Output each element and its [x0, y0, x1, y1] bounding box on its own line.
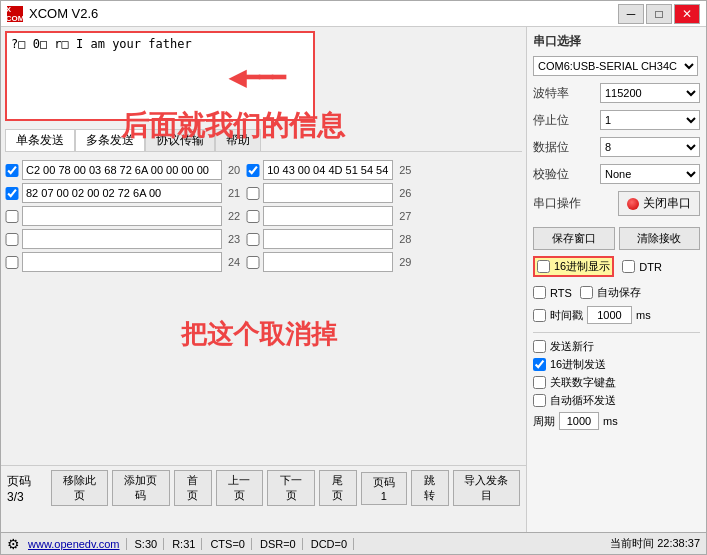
period-unit: ms — [603, 415, 618, 427]
s-value: S:30 — [135, 538, 165, 550]
close-button[interactable]: ✕ — [674, 4, 700, 24]
row-num-27: 27 — [399, 206, 411, 226]
save-window-button[interactable]: 保存窗口 — [533, 227, 615, 250]
arrow-left-icon: ◀━━━ — [229, 65, 285, 91]
add-page-button[interactable]: 添加页码 — [112, 470, 170, 506]
page-num-button[interactable]: 页码 1 — [361, 472, 407, 505]
period-label: 周期 — [533, 414, 555, 429]
send-newline-check[interactable] — [533, 340, 546, 353]
prev-page-button[interactable]: 上一页 — [216, 470, 264, 506]
next-page-button[interactable]: 下一页 — [267, 470, 315, 506]
app-icon: XCOM — [7, 6, 23, 22]
close-serial-label: 关闭串口 — [643, 195, 691, 212]
timestamp-check[interactable] — [533, 309, 546, 322]
send-row-right-4 — [246, 229, 393, 249]
first-page-button[interactable]: 首页 — [174, 470, 212, 506]
send-check-left-2[interactable] — [5, 187, 19, 200]
minimize-button[interactable]: ─ — [618, 4, 644, 24]
red-indicator — [627, 198, 639, 210]
parity-label: 校验位 — [533, 166, 569, 183]
auto-loop-check[interactable] — [533, 394, 546, 407]
port-select[interactable]: COM6:USB-SERIAL CH34C — [533, 56, 698, 76]
last-page-button[interactable]: 尾页 — [319, 470, 357, 506]
send-input-left-2[interactable] — [22, 183, 222, 203]
send-input-right-2[interactable] — [263, 183, 393, 203]
maximize-button[interactable]: □ — [646, 4, 672, 24]
auto-save-check[interactable] — [580, 286, 593, 299]
send-row-right-2 — [246, 183, 393, 203]
send-check-right-5[interactable] — [246, 256, 260, 269]
send-check-left-1[interactable] — [5, 164, 19, 177]
send-check-right-4[interactable] — [246, 233, 260, 246]
website-link[interactable]: www.openedv.com — [28, 538, 127, 550]
send-input-left-1[interactable] — [22, 160, 222, 180]
jump-button[interactable]: 跳转 — [411, 470, 449, 506]
window-title: XCOM V2.6 — [29, 6, 618, 21]
remove-page-button[interactable]: 移除此页 — [51, 470, 109, 506]
auto-save-label: 自动保存 — [597, 285, 641, 300]
send-check-right-3[interactable] — [246, 210, 260, 223]
stop-select[interactable]: 1 — [600, 110, 700, 130]
left-panel: ◀━━━ 后面就我们的信息 单条发送 多条发送 协议传输 帮助 — [1, 27, 526, 532]
send-input-left-3[interactable] — [22, 206, 222, 226]
stop-row: 停止位 1 — [533, 110, 700, 130]
send-input-left-5[interactable] — [22, 252, 222, 272]
send-input-right-1[interactable] — [263, 160, 393, 180]
serial-select-title: 串口选择 — [533, 33, 700, 50]
current-time: 当前时间 22:38:37 — [610, 536, 700, 551]
data-bits-label: 数据位 — [533, 139, 569, 156]
hex-send-check[interactable] — [533, 358, 546, 371]
row-num-22: 22 — [228, 206, 240, 226]
send-row-right-3 — [246, 206, 393, 226]
send-input-left-4[interactable] — [22, 229, 222, 249]
baud-label: 波特率 — [533, 85, 569, 102]
numpad-check[interactable] — [533, 376, 546, 389]
auto-loop-row: 自动循环发送 — [533, 393, 700, 408]
row-num-25: 25 — [399, 160, 411, 180]
period-input[interactable] — [559, 412, 599, 430]
tab-single-send[interactable]: 单条发送 — [5, 129, 75, 151]
title-bar: XCOM XCOM V2.6 ─ □ ✕ — [1, 1, 706, 27]
send-input-right-5[interactable] — [263, 252, 393, 272]
send-check-right-2[interactable] — [246, 187, 260, 200]
baud-select[interactable]: 115200 — [600, 83, 700, 103]
stop-label: 停止位 — [533, 112, 569, 129]
send-input-right-3[interactable] — [263, 206, 393, 226]
auto-loop-label: 自动循环发送 — [550, 393, 616, 408]
baud-row: 波特率 115200 — [533, 83, 700, 103]
send-check-left-4[interactable] — [5, 233, 19, 246]
timestamp-input[interactable] — [587, 306, 632, 324]
rts-check[interactable] — [533, 286, 546, 299]
page-label: 页码 3/3 — [7, 473, 47, 504]
data-bits-select[interactable]: 8 — [600, 137, 700, 157]
parity-select[interactable]: None — [600, 164, 700, 184]
close-serial-button[interactable]: 关闭串口 — [618, 191, 700, 216]
send-check-left-3[interactable] — [5, 210, 19, 223]
rts-row: RTS — [533, 286, 572, 299]
send-newline-label: 发送新行 — [550, 339, 594, 354]
data-bits-row: 数据位 8 — [533, 137, 700, 157]
import-button[interactable]: 导入发条目 — [453, 470, 520, 506]
dcd-value: DCD=0 — [311, 538, 354, 550]
bottom-annotation: 把这个取消掉 — [181, 317, 337, 352]
gear-icon[interactable]: ⚙ — [7, 536, 20, 552]
period-row: 周期 ms — [533, 412, 700, 430]
serial-op-label: 串口操作 — [533, 195, 581, 212]
send-columns: 20 21 22 23 24 — [5, 156, 522, 272]
send-input-right-4[interactable] — [263, 229, 393, 249]
dtr-check[interactable] — [622, 260, 635, 273]
main-window: XCOM XCOM V2.6 ─ □ ✕ ◀━━━ 后面就我们的信息 单条发送 … — [0, 0, 707, 555]
row-num-21: 21 — [228, 183, 240, 203]
clear-receive-button[interactable]: 清除接收 — [619, 227, 701, 250]
send-check-right-1[interactable] — [246, 164, 260, 177]
right-checkboxes: 发送新行 16进制发送 关联数字键盘 自动循环发送 — [533, 339, 700, 408]
hex-display-check[interactable] — [537, 260, 550, 273]
hex-dtr-row: 16进制显示 DTR — [533, 256, 700, 279]
hex-display-label: 16进制显示 — [554, 259, 610, 274]
rts-autosave-row: RTS 自动保存 — [533, 285, 700, 302]
send-row-right-5 — [246, 252, 393, 272]
send-check-left-5[interactable] — [5, 256, 19, 269]
numpad-row: 关联数字键盘 — [533, 375, 700, 390]
hex-send-label: 16进制发送 — [550, 357, 606, 372]
send-col-right — [246, 160, 393, 272]
